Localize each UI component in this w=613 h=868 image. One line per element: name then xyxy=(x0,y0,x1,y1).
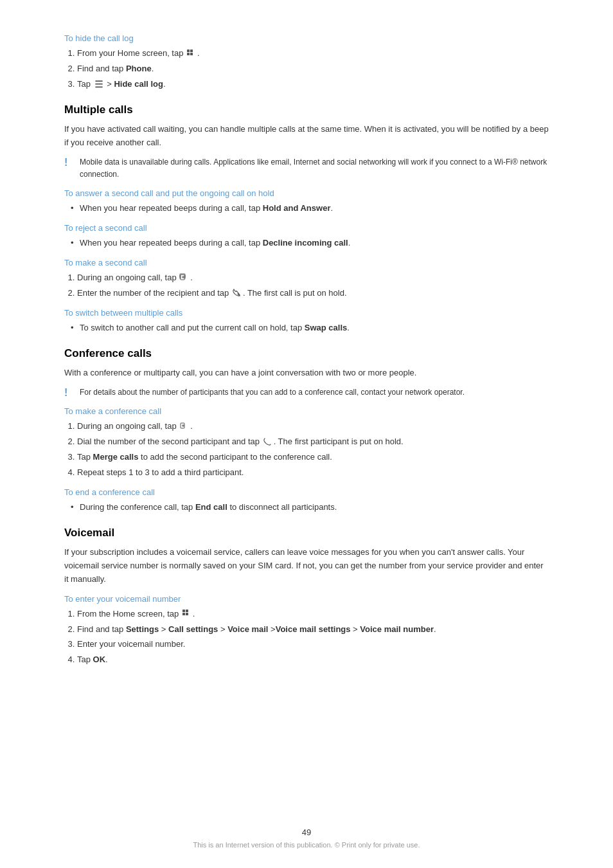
list-item: Enter your voicemail number. xyxy=(77,638,549,651)
make-conference-steps: During an ongoing call, tap . Dial the n… xyxy=(75,420,549,479)
switch-calls-subsection: To switch between multiple calls To swit… xyxy=(64,308,549,335)
note-icon: ! xyxy=(64,387,75,399)
make-second-steps: During an ongoing call, tap . Enter the … xyxy=(75,271,549,300)
enter-voicemail-subsection: To enter your voicemail number From the … xyxy=(64,594,549,667)
conference-calls-note: ! For details about the number of partic… xyxy=(64,386,549,399)
call-icon xyxy=(263,437,273,448)
end-conference-list: During the conference call, tap End call… xyxy=(71,501,549,514)
list-item: Repeat steps 1 to 3 to add a third parti… xyxy=(77,466,549,480)
phone-add-icon xyxy=(179,273,190,284)
multiple-calls-note: ! Mobile data is unavailable during call… xyxy=(64,156,549,181)
conference-calls-heading: Conference calls xyxy=(64,347,549,360)
enter-voicemail-steps: From the Home screen, tap . Find and tap… xyxy=(75,608,549,667)
svg-rect-18 xyxy=(186,613,188,615)
list-item: During the conference call, tap End call… xyxy=(71,501,549,514)
hide-call-log-section: To hide the call log From your Home scre… xyxy=(64,33,549,91)
svg-rect-17 xyxy=(182,613,185,615)
answer-second-list: When you hear repeated beeps during a ca… xyxy=(71,202,549,215)
list-item: Tap Merge calls to add the second partic… xyxy=(77,451,549,464)
multiple-calls-intro: If you have activated call waiting, you … xyxy=(64,123,549,150)
list-item: Enter the number of the recipient and ta… xyxy=(77,287,549,300)
reject-second-list: When you hear repeated beeps during a ca… xyxy=(71,237,549,250)
enter-voicemail-subheading: To enter your voicemail number xyxy=(64,594,549,604)
page-footer: 49 This is an Internet version of this p… xyxy=(0,827,613,849)
page-number: 49 xyxy=(0,827,613,837)
svg-rect-15 xyxy=(182,610,185,612)
make-second-subheading: To make a second call xyxy=(64,258,549,267)
grid-icon xyxy=(186,49,197,59)
grid-icon xyxy=(182,609,192,619)
end-conference-subheading: To end a conference call xyxy=(64,487,549,497)
answer-second-subheading: To answer a second call and put the ongo… xyxy=(64,188,549,198)
voicemail-section: Voicemail If your subscription includes … xyxy=(64,527,549,667)
conference-calls-section: Conference calls With a conference or mu… xyxy=(64,347,549,514)
switch-calls-subheading: To switch between multiple calls xyxy=(64,308,549,318)
svg-rect-2 xyxy=(187,53,190,55)
list-item: Tap OK. xyxy=(77,653,549,667)
switch-calls-list: To switch to another call and put the cu… xyxy=(71,321,549,335)
list-item: Tap > Hide call log. xyxy=(77,78,549,91)
list-item: From the Home screen, tap . xyxy=(77,608,549,621)
list-item: From your Home screen, tap . xyxy=(77,47,549,60)
hide-call-log-subheading: To hide the call log xyxy=(64,33,549,43)
list-item: Find and tap Phone. xyxy=(77,62,549,76)
list-item: Find and tap Settings > Call settings > … xyxy=(77,623,549,637)
list-item: During an ongoing call, tap . xyxy=(77,420,549,433)
make-second-call-subsection: To make a second call During an ongoing … xyxy=(64,258,549,300)
list-item: When you hear repeated beeps during a ca… xyxy=(71,237,549,250)
make-conference-subheading: To make a conference call xyxy=(64,406,549,416)
footer-text: This is an Internet version of this publ… xyxy=(0,841,613,849)
voicemail-heading: Voicemail xyxy=(64,527,549,539)
page-content: To hide the call log From your Home scre… xyxy=(0,0,613,868)
note-icon: ! xyxy=(64,157,75,168)
voicemail-intro: If your subscription includes a voicemai… xyxy=(64,546,549,586)
list-item: To switch to another call and put the cu… xyxy=(71,321,549,335)
svg-rect-0 xyxy=(187,50,190,52)
menu-icon xyxy=(94,79,104,89)
end-conference-subsection: To end a conference call During the conf… xyxy=(64,487,549,514)
svg-rect-5 xyxy=(95,84,102,85)
list-item: Dial the number of the second participan… xyxy=(77,435,549,449)
answer-second-call-subsection: To answer a second call and put the ongo… xyxy=(64,188,549,215)
make-conference-subsection: To make a conference call During an ongo… xyxy=(64,406,549,479)
phone-add-icon xyxy=(179,422,190,432)
list-item: During an ongoing call, tap . xyxy=(77,271,549,285)
svg-rect-4 xyxy=(95,80,102,82)
svg-rect-6 xyxy=(95,87,102,88)
note-text: For details about the number of particip… xyxy=(80,386,465,399)
svg-rect-1 xyxy=(190,50,193,52)
svg-rect-3 xyxy=(190,53,193,55)
svg-rect-16 xyxy=(186,610,188,612)
conference-calls-intro: With a conference or multiparty call, yo… xyxy=(64,366,549,380)
multiple-calls-section: Multiple calls If you have activated cal… xyxy=(64,104,549,334)
note-text: Mobile data is unavailable during calls.… xyxy=(80,156,549,181)
call-icon xyxy=(232,288,242,298)
reject-second-call-subsection: To reject a second call When you hear re… xyxy=(64,223,549,250)
hide-call-log-steps: From your Home screen, tap . Find and ta… xyxy=(75,47,549,91)
multiple-calls-heading: Multiple calls xyxy=(64,104,549,116)
reject-second-subheading: To reject a second call xyxy=(64,223,549,233)
list-item: When you hear repeated beeps during a ca… xyxy=(71,202,549,215)
